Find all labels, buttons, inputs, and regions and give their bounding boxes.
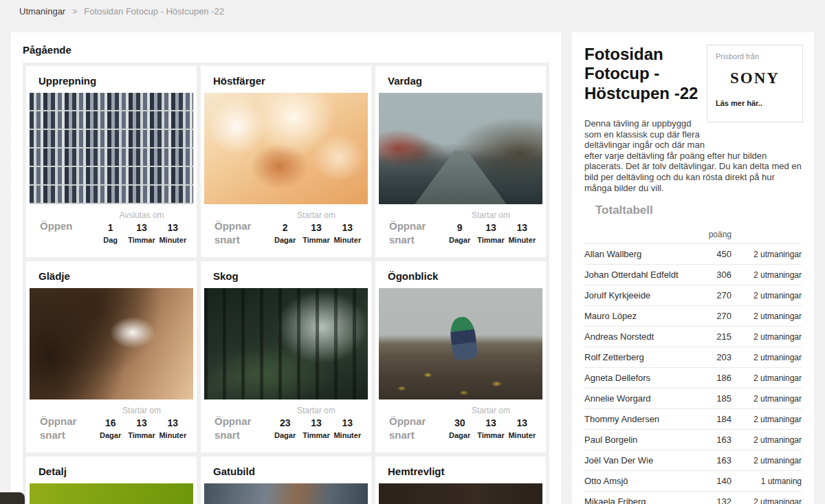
countdown-value: 9 (444, 222, 475, 233)
challenge-card[interactable]: Detalj (26, 457, 197, 504)
player-challenges: 2 utmaningar (736, 291, 802, 300)
challenge-card[interactable]: Vardag Öppnar snart Startar om 9 Dagar 1… (375, 66, 546, 257)
card-footer: Öppnar snart Startar om 16 Dagar 13 Timm… (26, 399, 197, 441)
table-header-row: poäng (584, 227, 802, 244)
status-label: Öppnar snart (389, 406, 444, 441)
countdown-unit-label: Dagar (444, 236, 475, 244)
countdown-value: 13 (300, 222, 331, 233)
countdown-value: 13 (300, 417, 331, 428)
countdown-value: 13 (157, 417, 188, 428)
player-name[interactable]: Rolf Zetterberg (584, 352, 700, 362)
card-footer: Öppnar snart Startar om 23 Dagar 13 Timm… (201, 399, 371, 441)
player-name[interactable]: Mikaela Friberg (584, 496, 700, 504)
countdown-unit-hours: 13 Timmar (475, 222, 506, 244)
countdown-unit-label: Dagar (444, 431, 475, 439)
challenge-card[interactable]: Glädje Öppnar snart Startar om 16 Dagar … (26, 261, 197, 452)
player-challenges: 2 utmaningar (736, 415, 802, 424)
player-challenges: 2 utmaningar (736, 332, 802, 342)
countdown-unit-hours: 13 Timmar (300, 417, 331, 439)
player-challenges: 2 utmaningar (736, 373, 802, 383)
gladje-photo (30, 288, 193, 399)
player-name[interactable]: Allan Wallberg (584, 249, 700, 259)
sony-logo[interactable]: SONY (716, 69, 794, 87)
countdown-unit-label: Timmar (475, 431, 506, 439)
player-name[interactable]: Agneta Dellefors (584, 373, 700, 383)
countdown: Startar om 23 Dagar 13 Timmar 13 Minuter (270, 406, 363, 439)
status-label: Öppnar snart (389, 210, 444, 246)
countdown-unit-label: Dag (95, 236, 126, 244)
table-row: Agneta Dellefors 186 2 utmaningar (584, 368, 802, 388)
challenge-grid: Upprepning Öppen Avslutas om 1 Dag 13 Ti… (23, 63, 549, 504)
challenge-card[interactable]: Hemtrevligt (375, 457, 546, 504)
ogonblick-photo (379, 288, 542, 399)
contest-description: Denna tävling är uppbyggd som en klassis… (584, 118, 802, 193)
player-name[interactable]: Mauro López (584, 311, 700, 321)
countdown-unit-hours: 13 Timmar (300, 222, 331, 244)
countdown-unit-label: Timmar (475, 236, 506, 244)
player-name[interactable]: Otto Amsjö (584, 476, 700, 486)
card-footer: Öppen Avslutas om 1 Dag 13 Timmar 13 Min… (26, 204, 197, 244)
countdown-value: 23 (270, 417, 300, 428)
prize-label: Prisbord från (716, 52, 794, 61)
challenge-title: Upprepning (26, 66, 197, 93)
hemtrevligt-photo (379, 483, 542, 504)
challenge-title: Detalj (26, 457, 197, 483)
player-name[interactable]: Paul Borgelin (584, 435, 700, 445)
player-name[interactable]: Jorulf Kyrkjeeide (584, 290, 700, 300)
countdown-unit-minutes: 13 Minuter (507, 222, 538, 244)
table-row: Andreas Norstedt 215 2 utmaningar (584, 327, 802, 347)
countdown-value: 13 (475, 417, 506, 428)
player-challenges: 1 utmaning (736, 476, 802, 486)
player-name[interactable]: Thommy Andersen (584, 414, 700, 424)
countdown-unit-minutes: 13 Minuter (507, 417, 538, 439)
countdown-unit-label: Timmar (300, 431, 331, 439)
status-label: Öppnar snart (214, 210, 270, 246)
countdown-value: 2 (270, 222, 300, 233)
player-points: 132 (700, 496, 736, 504)
prize-read-more-link[interactable]: Läs mer här.. (716, 99, 794, 107)
table-row: Otto Amsjö 140 1 utmaning (584, 471, 802, 492)
detalj-photo (30, 483, 193, 504)
player-points: 163 (700, 435, 736, 445)
player-points: 306 (700, 270, 736, 280)
countdown-value: 13 (126, 222, 157, 233)
countdown-units: 2 Dagar 13 Timmar 13 Minuter (270, 222, 363, 244)
countdown-label: Startar om (444, 210, 538, 220)
player-points: 184 (700, 414, 736, 424)
countdown-unit-minutes: 13 Minuter (157, 222, 188, 244)
player-challenges: 2 utmaningar (736, 311, 802, 321)
countdown-value: 13 (507, 222, 538, 233)
corner-widget-button[interactable] (0, 492, 25, 504)
breadcrumb: Utmaningar > Fotosidan Fotocup - Höstcup… (19, 6, 224, 17)
challenge-card[interactable]: Höstfärger Öppnar snart Startar om 2 Dag… (201, 66, 371, 257)
challenge-card[interactable]: Upprepning Öppen Avslutas om 1 Dag 13 Ti… (26, 66, 197, 257)
challenge-card[interactable]: Skog Öppnar snart Startar om 23 Dagar 13… (201, 261, 371, 452)
countdown-value: 1 (95, 222, 126, 233)
player-name[interactable]: Joël Van Der Wie (584, 455, 700, 465)
countdown-unit-label: Minuter (507, 431, 538, 439)
leaderboard-table: poäng Allan Wallberg 450 2 utmaningar Jo… (584, 227, 802, 504)
leaderboard-heading: Totaltabell (595, 204, 802, 217)
countdown-unit-label: Timmar (126, 236, 157, 244)
player-name[interactable]: Annelie Worgard (584, 393, 700, 404)
player-name[interactable]: Johan Otterdahl Edfeldt (584, 270, 700, 280)
challenge-card[interactable]: Ögonblick Öppnar snart Startar om 30 Dag… (375, 261, 546, 452)
countdown-value: 13 (475, 222, 506, 233)
section-title: Pågående (11, 32, 561, 63)
gatubild-photo (204, 483, 368, 504)
breadcrumb-link-utmaningar[interactable]: Utmaningar (19, 6, 65, 17)
challenge-title: Höstfärger (201, 66, 371, 93)
countdown-unit-days: 2 Dagar (270, 222, 300, 244)
countdown-unit-minutes: 13 Minuter (332, 417, 363, 439)
countdown-label: Startar om (444, 406, 538, 415)
countdown: Startar om 9 Dagar 13 Timmar 13 Minuter (444, 210, 538, 244)
countdown-unit-days: 30 Dagar (444, 417, 475, 439)
countdown-unit-days: 1 Dag (95, 222, 126, 244)
countdown-unit-label: Dagar (270, 236, 300, 244)
challenge-title: Ögonblick (375, 261, 546, 288)
player-name[interactable]: Andreas Norstedt (584, 331, 700, 342)
challenge-card[interactable]: Gatubild (201, 457, 371, 504)
countdown-unit-label: Minuter (157, 236, 188, 244)
player-points: 203 (700, 352, 736, 362)
countdown-label: Startar om (270, 210, 363, 220)
